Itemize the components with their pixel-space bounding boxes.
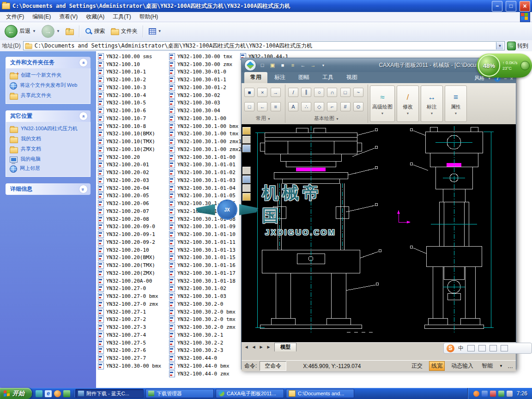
- rectangle-icon[interactable]: □: [340, 88, 351, 97]
- file-item[interactable]: YN32-100.20(BMX): [98, 254, 168, 262]
- hatch-icon[interactable]: #: [340, 102, 351, 111]
- taskbar-task-download-manager[interactable]: 下载管理器: [145, 389, 214, 398]
- punctuation-icon[interactable]: [467, 345, 475, 351]
- file-item[interactable]: YN32-100.27-0: [98, 285, 168, 293]
- file-item[interactable]: YN32-100.27-2: [98, 316, 168, 324]
- modify-button[interactable]: / 修改 ▼: [397, 85, 419, 122]
- app-launcher-icon[interactable]: [63, 390, 70, 397]
- smart-snap-toggle[interactable]: 智能: [480, 362, 495, 370]
- menu-help[interactable]: 帮助(H): [135, 12, 163, 22]
- cut-icon[interactable]: ×: [257, 88, 267, 97]
- tray-security-icon[interactable]: [490, 391, 496, 397]
- file-item[interactable]: YN32-100.30-04: [169, 107, 239, 115]
- file-item[interactable]: YN32-100.30.1-01-05: [169, 192, 239, 200]
- file-item[interactable]: YN32-100.30.1-01-04: [169, 184, 239, 192]
- go-button[interactable]: → 转到: [507, 42, 530, 50]
- tray-volume-icon[interactable]: [507, 391, 513, 397]
- file-item[interactable]: YN32-100.30.1-01-06: [169, 200, 239, 207]
- file-item[interactable]: YN32-100.27-0 bmx: [98, 292, 168, 300]
- file-item[interactable]: YN32-100.10-8: [98, 122, 168, 130]
- file-item[interactable]: YN32-100.30.1-01-03: [169, 176, 239, 184]
- file-item[interactable]: YN32-100.00 sms: [98, 53, 168, 60]
- paste-icon[interactable]: ■: [244, 88, 254, 97]
- undo-step-icon[interactable]: ←: [257, 102, 267, 111]
- format-brush-icon[interactable]: ≡: [271, 102, 281, 111]
- open-file-icon[interactable]: ▣: [268, 61, 277, 69]
- file-item[interactable]: YN32-100.30-00 tmx: [169, 53, 239, 60]
- tray-sogou-icon[interactable]: [473, 391, 479, 397]
- file-item[interactable]: YN32-100.10-7: [98, 115, 168, 122]
- views-dropdown-icon[interactable]: ▼: [158, 29, 162, 33]
- tab-annotation[interactable]: 标注: [268, 72, 291, 83]
- file-item[interactable]: YN32-100.30-01-0: [169, 68, 239, 76]
- file-item[interactable]: YN32-100.30-00 zmx: [169, 60, 239, 68]
- file-item[interactable]: YN32-100.20-06: [98, 200, 168, 207]
- file-item[interactable]: YN32-100.30.1-01-13: [169, 246, 239, 254]
- language-mode[interactable]: 中: [458, 345, 464, 352]
- file-item[interactable]: YN32-100.30.1-01-16: [169, 261, 239, 269]
- task-share-folder[interactable]: 共享此文件夹: [10, 92, 86, 100]
- file-item[interactable]: YN32-100.27-1: [98, 308, 168, 316]
- file-item[interactable]: YN32-100.30.1-01-09: [169, 223, 239, 231]
- file-item[interactable]: YN32-100.10-4: [98, 91, 168, 99]
- file-item[interactable]: YN32-100.20-04: [98, 184, 168, 192]
- file-item[interactable]: YN32-100.30.2-0 bmx: [169, 308, 239, 316]
- file-item[interactable]: YN32-100.30.2-3: [169, 347, 239, 355]
- dock-tool-icon[interactable]: [242, 175, 251, 183]
- ortho-toggle[interactable]: 正交: [410, 362, 424, 370]
- file-item[interactable]: YN32-100.10-6: [98, 107, 168, 115]
- menu-file[interactable]: 文件(F): [2, 12, 28, 22]
- file-item[interactable]: YN32-100.30.1-02: [169, 285, 239, 293]
- file-item[interactable]: YN32-100.30.1-00 bmx: [169, 122, 239, 130]
- file-item[interactable]: YN32-100.30.1-01-08: [169, 215, 239, 223]
- tray-antivirus-icon[interactable]: [498, 391, 504, 397]
- file-item[interactable]: YN32-100.27-5: [98, 339, 168, 347]
- back-button[interactable]: ← 后退 ▼: [3, 24, 38, 39]
- file-item[interactable]: YN32-100.30.1-00 zmx1: [169, 138, 239, 145]
- maximize-button[interactable]: □: [506, 1, 516, 12]
- file-item[interactable]: YN32-100.30.1-01-07: [169, 207, 239, 215]
- status-dots-icon[interactable]: …: [508, 363, 513, 369]
- close-button[interactable]: ×: [520, 1, 530, 12]
- properties-button[interactable]: ≡ 属性 ▼: [445, 85, 467, 122]
- skin-icon[interactable]: [490, 345, 497, 351]
- address-input[interactable]: C:\Documents and Settings\Administrator\…: [23, 41, 505, 50]
- taskbar-task-download-page[interactable]: 附件下载 - 蓝天C...: [75, 389, 144, 398]
- soft-keyboard-icon[interactable]: [478, 345, 486, 351]
- views-button[interactable]: ▼: [147, 27, 163, 36]
- file-item[interactable]: YN32-100.30.2-0: [169, 300, 239, 308]
- save-file-icon[interactable]: ■: [278, 61, 287, 69]
- file-item[interactable]: YN32-100.30.1-00 zmx2: [169, 145, 239, 153]
- file-item[interactable]: YN32-100.30.2-0 zmx: [169, 323, 239, 331]
- place-parent-folder[interactable]: YN32-100A四柱式压力机: [10, 126, 86, 133]
- show-desktop-icon[interactable]: [36, 390, 42, 397]
- folders-button[interactable]: 文件夹: [109, 26, 139, 36]
- dock-tool-icon[interactable]: [242, 136, 251, 144]
- collapse-chevron-icon[interactable]: »: [79, 112, 88, 121]
- file-item[interactable]: YN32-100.30.1-03: [169, 292, 239, 300]
- polygon-icon[interactable]: ◇: [314, 102, 324, 111]
- file-item[interactable]: YN32-100.30.1-01-00: [169, 153, 239, 161]
- file-item[interactable]: YN32-100.20-09-0: [98, 223, 168, 231]
- forward-dropdown-icon[interactable]: ▼: [56, 29, 60, 33]
- undo-icon[interactable]: ←: [299, 61, 307, 69]
- file-item[interactable]: YN32-100.20-08: [98, 215, 168, 223]
- file-item[interactable]: YN32-100.30-01-1: [169, 76, 239, 84]
- file-item[interactable]: YN32-100.44-0 bmx: [169, 362, 239, 370]
- new-file-icon[interactable]: □: [258, 61, 266, 69]
- place-my-computer[interactable]: 我的电脑: [10, 156, 86, 163]
- file-item[interactable]: YN32-100.30.1-01-10: [169, 230, 239, 238]
- tab-sheet[interactable]: 图幅: [292, 72, 315, 83]
- file-item[interactable]: YN32-100.20(ZMX): [98, 269, 168, 277]
- caxa-titlebar[interactable]: □ ▣ ■ ≡ ← → ▼ CAXA电子图板2011 - 机械版 - [C:\D…: [242, 58, 516, 72]
- file-item[interactable]: YN32-100.44-0: [169, 354, 239, 362]
- system-monitor-gadget[interactable]: 48% ↑ 0.0K/s 23°C: [477, 54, 532, 78]
- file-item[interactable]: YN32-100.30.1-01-17: [169, 269, 239, 277]
- text-icon[interactable]: A: [288, 102, 298, 111]
- file-item[interactable]: YN32-100.20-01: [98, 161, 168, 169]
- file-item[interactable]: YN32-100.27-0 zmx: [98, 300, 168, 308]
- address-dropdown[interactable]: ▼: [496, 42, 503, 49]
- file-item[interactable]: YN32-100.30-00 bmx: [98, 362, 168, 370]
- place-my-documents[interactable]: 我的文档: [10, 136, 86, 143]
- file-item[interactable]: YN32-100.20-05: [98, 192, 168, 200]
